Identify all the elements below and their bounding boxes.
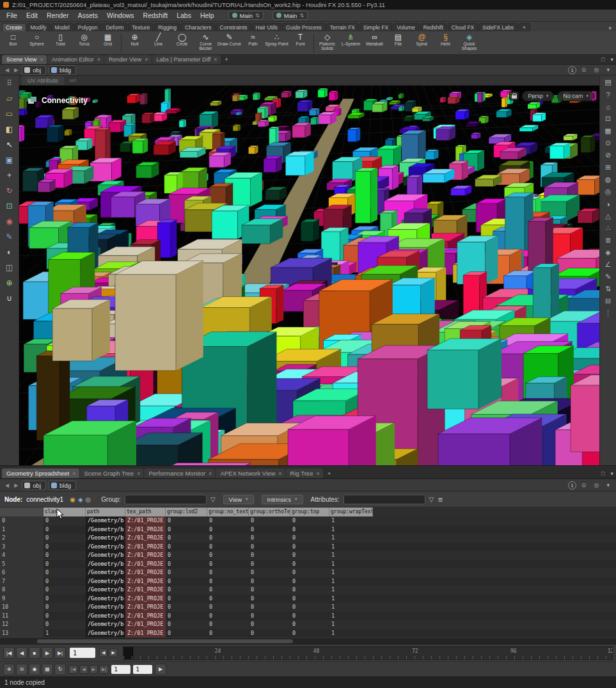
- shelf-tab-model[interactable]: Model: [51, 23, 74, 31]
- close-tab-icon[interactable]: ×: [97, 56, 100, 63]
- intrinsics-dropdown[interactable]: Intrinsics ▾: [262, 495, 303, 504]
- select-tool-icon[interactable]: ↖: [3, 139, 16, 150]
- shelf-tool-spiral[interactable]: @Spiral: [410, 33, 434, 51]
- shelf-tool-platonic-solids[interactable]: ◇Platonic Solids: [315, 33, 339, 51]
- table-row[interactable]: 60/Geometry/bZ:/01_PROJE00001: [0, 568, 616, 577]
- shelf-tool-torus[interactable]: ◎Torus: [72, 33, 96, 51]
- material-preview-icon[interactable]: ◈: [603, 248, 614, 257]
- auto-key-toggle[interactable]: ◉: [29, 664, 40, 675]
- shelf-tab-polygon[interactable]: Polygon: [74, 23, 102, 31]
- linked-view-icon[interactable]: ◎: [592, 65, 602, 74]
- prev-key-button[interactable]: |◀: [68, 665, 78, 674]
- pin-pane-icon[interactable]: ⊙: [579, 65, 589, 74]
- frame-selected-icon[interactable]: ⊡: [603, 114, 614, 124]
- node-name[interactable]: connectivity1: [26, 496, 63, 503]
- tab-scene-view[interactable]: Scene View×: [2, 55, 47, 64]
- horizontal-scrollbar[interactable]: [0, 637, 616, 644]
- menu-redshift[interactable]: Redshift: [139, 10, 172, 20]
- remove-key-button[interactable]: ⊖: [16, 664, 28, 675]
- shelf-tool-file[interactable]: ▤File: [386, 33, 410, 51]
- column-header-group-no-textur[interactable]: group:no_textur: [207, 508, 249, 516]
- shelf-tool-helix[interactable]: §Helix: [434, 33, 457, 51]
- menu-help[interactable]: Help: [196, 10, 218, 20]
- forward-button[interactable]: ▶: [13, 483, 19, 488]
- node-chip-bldg[interactable]: bldg: [49, 65, 76, 75]
- shelf-tool-curve-bezier[interactable]: ∿Curve Bezier: [194, 33, 217, 51]
- new-tab-button[interactable]: +: [221, 55, 232, 64]
- shelf-tab-rigging[interactable]: Rigging: [154, 23, 180, 31]
- pose-tool-icon[interactable]: ◉: [3, 216, 16, 227]
- close-tab-icon[interactable]: ×: [278, 470, 281, 477]
- pin-pane-icon[interactable]: ⊙: [579, 481, 589, 490]
- snap-peak-icon[interactable]: ⊕: [3, 277, 16, 288]
- shelf-tool-spray-paint[interactable]: ∴Spray Paint: [265, 33, 288, 51]
- next-frame-small-button[interactable]: ▶: [90, 665, 98, 674]
- timeline[interactable]: 24487296120: [123, 646, 613, 660]
- shelf-tool-null[interactable]: ⊕Null: [123, 33, 146, 51]
- table-row[interactable]: 20/Geometry/bZ:/01_PROJE00001: [0, 534, 616, 543]
- context-chip-obj[interactable]: obj: [22, 65, 46, 75]
- shelf-tab-redshift[interactable]: Redshift: [420, 23, 447, 31]
- context-chip-obj[interactable]: obj: [22, 481, 46, 490]
- viewport-layout-icon[interactable]: ▤: [603, 77, 614, 87]
- close-tab-icon[interactable]: ×: [137, 470, 140, 477]
- shelf-tool-circle[interactable]: ◯Circle: [170, 33, 194, 51]
- playbar-expand-button[interactable]: ▶: [155, 664, 166, 675]
- display-points-icon[interactable]: ∴: [603, 223, 614, 233]
- shelf-menu-icon[interactable]: ▾: [606, 25, 614, 31]
- stop-button[interactable]: ■: [29, 647, 40, 659]
- snap-off-icon[interactable]: ⊘: [603, 150, 614, 160]
- select-through-icon[interactable]: ◎: [603, 187, 614, 196]
- table-row[interactable]: 90/Geometry/bZ:/01_PROJE00001: [0, 595, 616, 604]
- snap-multi-icon[interactable]: ⊞: [603, 163, 614, 172]
- set-key-button[interactable]: ⊕: [3, 664, 15, 675]
- shelf-tab-create[interactable]: Create: [2, 23, 26, 31]
- tab-animation-editor[interactable]: Animation Editor×: [47, 55, 104, 64]
- shelf-tool-draw-curve[interactable]: ✎Draw Curve: [217, 33, 241, 51]
- menu-labs[interactable]: Labs: [173, 10, 195, 20]
- range-start-field[interactable]: 1: [111, 665, 130, 674]
- table-row[interactable]: 100/Geometry/bZ:/01_PROJE00001: [0, 603, 616, 612]
- menu-assets[interactable]: Assets: [74, 10, 102, 20]
- shelf-tool-path[interactable]: ≈Path: [241, 33, 265, 51]
- shading-mode-icon[interactable]: ◑: [603, 199, 614, 209]
- shelf-tab-simple-fx[interactable]: Simple FX: [359, 23, 392, 31]
- tab-scene-graph-tree[interactable]: Scene Graph Tree×: [80, 468, 144, 478]
- pane-maximize-icon[interactable]: □: [599, 469, 607, 478]
- menu-windows[interactable]: Windows: [103, 10, 138, 20]
- pane-menu-icon[interactable]: ▾: [608, 55, 616, 64]
- shelf-tool-tube[interactable]: ▯Tube: [49, 33, 72, 51]
- group-filter-icon[interactable]: ▽: [210, 496, 216, 503]
- back-button[interactable]: ◀: [4, 67, 10, 73]
- forward-button[interactable]: ▶: [13, 67, 19, 73]
- path-menu-icon[interactable]: ▾: [604, 481, 612, 490]
- linked-view-icon[interactable]: ◎: [592, 481, 602, 490]
- projection-selector[interactable]: Persp ▾: [522, 91, 554, 101]
- table-row[interactable]: 131/Geometry/bZ:/01 PROJE00001: [0, 629, 616, 638]
- close-tab-icon[interactable]: ×: [145, 56, 148, 63]
- desktop-selector-2[interactable]: Main⇅: [272, 11, 308, 20]
- current-frame-field[interactable]: 1: [70, 648, 95, 658]
- shelf-tab-cloud-fx[interactable]: Cloud FX: [448, 23, 478, 31]
- shelf-tab-texture[interactable]: Texture: [128, 23, 154, 31]
- display-groups-icon[interactable]: ≣: [603, 236, 614, 245]
- shelf-tab-volume[interactable]: Volume: [393, 23, 418, 31]
- menu-render[interactable]: Render: [43, 10, 72, 20]
- annotate-icon[interactable]: ✎: [603, 272, 614, 282]
- shelf-tool-sphere[interactable]: ○Sphere: [25, 33, 49, 51]
- scrollbar-thumb[interactable]: [37, 639, 293, 643]
- shelf-tab-deform[interactable]: Deform: [102, 23, 127, 31]
- view-dropdown[interactable]: View ▾: [223, 495, 254, 504]
- eraser-tool-icon[interactable]: ◧: [3, 124, 16, 134]
- scene-viewport[interactable]: Connectivity Persp ▾ No cam ▾: [19, 86, 599, 465]
- pane-tiles-icon[interactable]: ⠿: [3, 77, 16, 88]
- play-reverse-button[interactable]: ◀: [16, 647, 28, 659]
- shelf-tab-characters[interactable]: Characters: [181, 23, 216, 31]
- translate-tool-icon[interactable]: +: [3, 170, 16, 180]
- column-header-group-orthotext[interactable]: group:orthoText: [249, 508, 290, 516]
- tab-labs-parameter-diff[interactable]: Labs | Parameter Diff×: [152, 55, 221, 64]
- list-mode-icon[interactable]: ◎: [86, 496, 91, 503]
- attribute-list-icon[interactable]: ≣: [438, 496, 443, 503]
- scale-tool-icon[interactable]: ⊡: [3, 200, 16, 211]
- column-header-class[interactable]: class: [43, 508, 86, 516]
